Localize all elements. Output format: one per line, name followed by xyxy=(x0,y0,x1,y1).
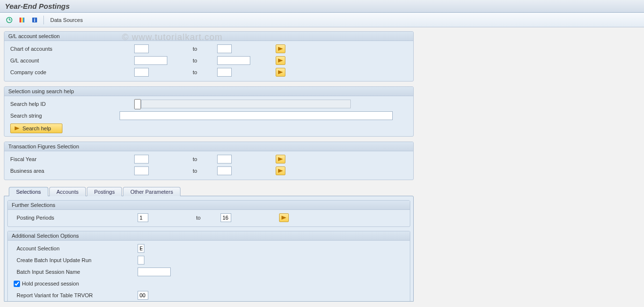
svg-rect-4 xyxy=(21,18,23,22)
svg-rect-3 xyxy=(20,18,21,22)
multi-select-icon[interactable] xyxy=(276,56,285,65)
hold-processed-session-label: Hold processed session xyxy=(22,281,79,287)
group-further-selections: Further Selections Posting Periods to xyxy=(7,200,410,227)
chart-of-accounts-label: Chart of accounts xyxy=(7,46,134,52)
gl-account-label: G/L account xyxy=(7,58,134,63)
company-code-to-input[interactable] xyxy=(217,68,232,77)
svg-marker-13 xyxy=(278,169,283,173)
chart-of-accounts-from-input[interactable] xyxy=(134,44,149,53)
page-title-bar: Year-End Postings xyxy=(0,0,644,13)
account-selection-label: Account Selection xyxy=(11,246,138,251)
business-area-label: Business area xyxy=(7,168,134,174)
execute-icon[interactable] xyxy=(4,15,15,25)
search-string-label: Search string xyxy=(7,113,120,119)
tab-body-selections: Further Selections Posting Periods to Ad… xyxy=(4,196,414,302)
fiscal-year-to-input[interactable] xyxy=(217,155,232,164)
svg-marker-8 xyxy=(278,47,283,51)
group-transaction-figures: Transaction Figures Selection Fiscal Yea… xyxy=(4,142,414,180)
page-title: Year-End Postings xyxy=(5,2,70,10)
to-label: to xyxy=(193,168,217,174)
hold-processed-session-checkbox[interactable] xyxy=(14,281,20,287)
tabstrip: Selections Accounts Postings Other Param… xyxy=(4,185,414,302)
svg-marker-12 xyxy=(278,157,283,161)
search-help-id-desc xyxy=(141,100,351,108)
multi-select-icon[interactable] xyxy=(276,44,285,53)
business-area-from-input[interactable] xyxy=(134,166,149,175)
multi-select-icon[interactable] xyxy=(276,166,285,175)
multi-select-icon[interactable] xyxy=(276,68,285,77)
group-header: Selection using search help xyxy=(4,87,413,96)
batch-input-session-input[interactable] xyxy=(138,267,171,276)
posting-periods-label: Posting Periods xyxy=(11,215,138,221)
variant-icon[interactable] xyxy=(17,15,27,25)
group-gl-account-selection: G/L account selection Chart of accounts … xyxy=(4,31,414,82)
to-label: to xyxy=(196,215,221,221)
account-selection-input[interactable] xyxy=(138,244,144,253)
svg-rect-5 xyxy=(23,18,24,22)
gl-account-from-input[interactable] xyxy=(134,56,167,65)
batch-input-session-label: Batch Input Session Name xyxy=(11,269,138,275)
to-label: to xyxy=(193,58,217,63)
company-code-label: Company code xyxy=(7,69,134,75)
group-header: G/L account selection xyxy=(4,32,413,41)
create-batch-input-label: Create Batch Input Update Run xyxy=(11,257,138,263)
tab-other-parameters[interactable]: Other Parameters xyxy=(123,187,180,196)
info-icon[interactable]: i xyxy=(29,15,40,25)
tab-selections[interactable]: Selections xyxy=(9,187,48,196)
search-string-input[interactable] xyxy=(120,111,393,120)
group-header: Further Selections xyxy=(8,201,410,210)
chart-of-accounts-to-input[interactable] xyxy=(217,44,232,53)
group-header: Additional Selection Options xyxy=(8,231,410,241)
report-variant-label: Report Variant for Table TRVOR xyxy=(11,292,138,298)
data-sources-button[interactable]: Data Sources xyxy=(50,17,83,23)
search-help-button[interactable]: Search help xyxy=(10,123,62,133)
svg-marker-10 xyxy=(278,70,283,74)
create-batch-input[interactable] xyxy=(138,256,144,265)
multi-select-icon[interactable] xyxy=(279,213,289,222)
to-label: to xyxy=(193,46,217,52)
svg-text:i: i xyxy=(34,18,36,23)
svg-marker-14 xyxy=(282,216,286,220)
hold-processed-session-row[interactable]: Hold processed session xyxy=(11,281,79,287)
report-variant-input[interactable] xyxy=(138,291,148,300)
posting-periods-to-input[interactable] xyxy=(221,213,231,222)
toolbar-separator xyxy=(43,16,44,24)
app-toolbar: i Data Sources © www.tutorialkart.com xyxy=(0,13,644,27)
to-label: to xyxy=(193,156,217,162)
svg-marker-9 xyxy=(278,59,283,62)
fiscal-year-label: Fiscal Year xyxy=(7,156,134,162)
gl-account-to-input[interactable] xyxy=(217,56,250,65)
group-header: Transaction Figures Selection xyxy=(4,142,413,151)
multi-select-icon[interactable] xyxy=(276,155,285,164)
search-help-id-input[interactable] xyxy=(134,99,141,109)
arrow-right-icon xyxy=(15,126,20,130)
to-label: to xyxy=(193,69,217,75)
fiscal-year-from-input[interactable] xyxy=(134,155,149,164)
business-area-to-input[interactable] xyxy=(217,166,232,175)
tab-accounts[interactable]: Accounts xyxy=(49,187,86,196)
search-help-id-label: Search help ID xyxy=(7,101,134,107)
posting-periods-from-input[interactable] xyxy=(138,213,148,222)
search-help-button-label: Search help xyxy=(22,125,51,131)
company-code-from-input[interactable] xyxy=(134,68,149,77)
group-search-help: Selection using search help Search help … xyxy=(4,86,414,137)
svg-marker-11 xyxy=(15,126,20,130)
group-additional-selection-options: Additional Selection Options Account Sel… xyxy=(7,231,410,301)
tab-postings[interactable]: Postings xyxy=(87,187,122,196)
